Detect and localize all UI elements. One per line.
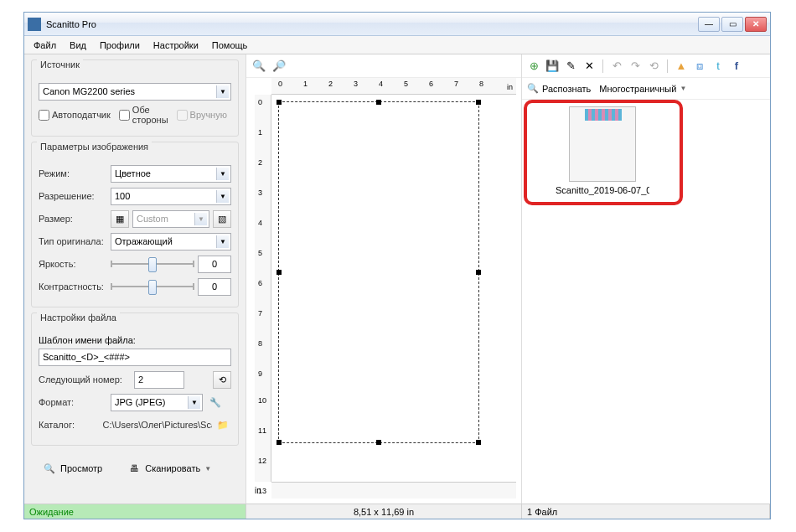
ocr-icon: 🔍 bbox=[527, 83, 539, 94]
menu-settings[interactable]: Настройки bbox=[147, 38, 204, 53]
label-original: Тип оригинала: bbox=[39, 236, 107, 246]
selection-rect[interactable] bbox=[278, 101, 479, 443]
chevron-down-icon: ▼ bbox=[680, 85, 686, 92]
rotate-icon: ⟲ bbox=[647, 59, 660, 73]
scan-canvas[interactable] bbox=[271, 95, 516, 482]
menu-help[interactable]: Помощь bbox=[206, 38, 254, 53]
status-state: Ожидание bbox=[24, 504, 246, 519]
zoom-out-button[interactable]: 🔎 bbox=[271, 59, 287, 74]
menu-file[interactable]: Файл bbox=[28, 38, 62, 53]
label-template: Шаблон имени файла: bbox=[39, 335, 231, 345]
original-combo[interactable]: Отражающий▼ bbox=[111, 233, 231, 251]
chevron-down-icon: ▼ bbox=[216, 85, 229, 98]
label-resolution: Разрешение: bbox=[39, 191, 107, 201]
chevron-down-icon: ▼ bbox=[216, 190, 229, 203]
chevron-down-icon: ▼ bbox=[216, 235, 229, 248]
window-title: Scanitto Pro bbox=[46, 19, 698, 29]
resolution-combo[interactable]: 100▼ bbox=[111, 188, 231, 205]
redo-icon: ↷ bbox=[628, 59, 642, 73]
menu-view[interactable]: Вид bbox=[64, 38, 92, 53]
app-window: Scanitto Pro — ▭ ✕ Файл Вид Профили Наст… bbox=[23, 12, 771, 519]
magnifier-icon: 🔍 bbox=[43, 462, 56, 475]
edit-icon[interactable]: ✎ bbox=[564, 59, 577, 73]
preview-button[interactable]: 🔍 Просмотр bbox=[38, 459, 107, 478]
status-dimensions: 8,51 x 11,69 in bbox=[246, 504, 522, 519]
label-contrast: Контрастность: bbox=[39, 281, 107, 292]
size-link-button[interactable]: ▦ bbox=[111, 210, 129, 228]
gallery-toolbar-2: 🔍 Распознать Многостраничный ▼ bbox=[522, 78, 770, 100]
ruler-vertical: 012345678910111213 bbox=[255, 95, 271, 482]
titlebar: Scanitto Pro — ▭ ✕ bbox=[24, 13, 770, 36]
multipage-button[interactable]: Многостраничный ▼ bbox=[599, 84, 686, 94]
contrast-slider[interactable] bbox=[111, 278, 194, 295]
save-icon[interactable]: 💾 bbox=[545, 59, 559, 73]
gallery-toolbar: ⊕ 💾 ✎ ✕ ↶ ↷ ⟲ ▲ ⧈ t f bbox=[522, 54, 770, 78]
zoom-in-button[interactable]: 🔍 bbox=[251, 59, 266, 74]
statusbar: Ожидание 8,51 x 11,69 in 1 Файл bbox=[24, 504, 770, 519]
template-input[interactable]: Scanitto_<D>_<###> bbox=[39, 349, 231, 366]
label-catalog: Каталог: bbox=[39, 420, 99, 430]
chevron-down-icon: ▼ bbox=[204, 465, 211, 473]
label-size: Размер: bbox=[39, 214, 107, 224]
chevron-down-icon: ▼ bbox=[194, 213, 207, 225]
chevron-down-icon: ▼ bbox=[188, 396, 200, 409]
label-brightness: Яркость: bbox=[39, 259, 107, 269]
size-combo[interactable]: Custom▼ bbox=[132, 210, 209, 228]
label-format: Формат: bbox=[39, 397, 107, 407]
duplex-checkbox[interactable]: Обе стороны bbox=[119, 105, 168, 125]
mode-combo[interactable]: Цветное▼ bbox=[111, 165, 231, 183]
label-next: Следующий номер: bbox=[39, 374, 131, 385]
menu-profiles[interactable]: Профили bbox=[94, 38, 146, 53]
catalog-path: C:\Users\Олег\Pictures\Scanit bbox=[102, 420, 211, 430]
scanner-icon: 🖶 bbox=[127, 462, 141, 475]
thumbnail-gallery[interactable]: Scanitto_2019-06-07_001... bbox=[522, 100, 770, 504]
thumbnail-label: Scanitto_2019-06-07_001... bbox=[556, 185, 649, 195]
undo-icon: ↶ bbox=[610, 59, 623, 73]
chevron-down-icon: ▼ bbox=[216, 168, 229, 180]
next-number-input[interactable]: 2 bbox=[134, 371, 184, 389]
drive-icon[interactable]: ▲ bbox=[675, 59, 688, 73]
refresh-number-button[interactable]: ⟲ bbox=[213, 371, 231, 389]
menubar: Файл Вид Профили Настройки Помощь bbox=[24, 36, 770, 54]
browse-folder-button[interactable]: 📁 bbox=[215, 416, 231, 434]
autofeed-checkbox[interactable]: Автоподатчик bbox=[39, 110, 111, 121]
group-title-image: Параметры изображения bbox=[37, 142, 152, 152]
scan-button[interactable]: 🖶 Сканировать ▼ bbox=[122, 459, 216, 478]
group-title-source: Источник bbox=[37, 59, 83, 70]
scanner-value: Canon MG2200 series bbox=[43, 86, 135, 96]
label-mode: Режим: bbox=[39, 168, 107, 178]
contrast-value[interactable]: 0 bbox=[198, 278, 231, 296]
close-button[interactable]: ✕ bbox=[745, 17, 767, 32]
manual-checkbox: Вручную bbox=[177, 110, 227, 121]
action-row: 🔍 Просмотр 🖶 Сканировать ▼ bbox=[31, 451, 239, 486]
maximize-button[interactable]: ▭ bbox=[721, 17, 743, 32]
brightness-slider[interactable] bbox=[111, 256, 194, 272]
delete-icon[interactable]: ✕ bbox=[582, 59, 596, 73]
left-panel: Источник Canon MG2200 series ▼ Автоподат… bbox=[24, 54, 246, 504]
brightness-value[interactable]: 0 bbox=[198, 256, 231, 273]
format-settings-button[interactable]: 🔧 bbox=[206, 394, 225, 411]
gallery-panel: ⊕ 💾 ✎ ✕ ↶ ↷ ⟲ ▲ ⧈ t f 🔍 Распознать bbox=[522, 54, 770, 504]
group-image-params: Параметры изображения Режим: Цветное▼ Ра… bbox=[31, 142, 239, 307]
facebook-icon[interactable]: f bbox=[730, 59, 743, 73]
app-icon bbox=[28, 18, 41, 31]
group-source: Источник Canon MG2200 series ▼ Автоподат… bbox=[31, 59, 239, 137]
dropbox-icon[interactable]: ⧈ bbox=[693, 59, 706, 73]
ruler-horizontal: 012345678 in bbox=[271, 78, 516, 95]
preview-panel: 🔍 🔎 012345678 in 012345678910111213 in bbox=[246, 54, 522, 504]
status-filecount: 1 Файл bbox=[522, 504, 770, 519]
thumbnail-item[interactable]: Scanitto_2019-06-07_001... bbox=[556, 106, 649, 195]
format-combo[interactable]: JPG (JPEG)▼ bbox=[111, 394, 203, 411]
size-edit-button[interactable]: ▧ bbox=[213, 210, 231, 228]
group-title-file: Настройки файла bbox=[37, 312, 120, 323]
twitter-icon[interactable]: t bbox=[711, 59, 725, 73]
scanner-combo[interactable]: Canon MG2200 series ▼ bbox=[39, 83, 231, 101]
recognize-button[interactable]: 🔍 Распознать bbox=[527, 83, 591, 94]
group-file-settings: Настройки файла Шаблон имени файла: Scan… bbox=[31, 312, 239, 446]
minimize-button[interactable]: — bbox=[698, 17, 720, 32]
thumbnail-image bbox=[569, 106, 636, 182]
ruler-bottom: in bbox=[271, 482, 516, 498]
add-icon[interactable]: ⊕ bbox=[527, 59, 540, 73]
